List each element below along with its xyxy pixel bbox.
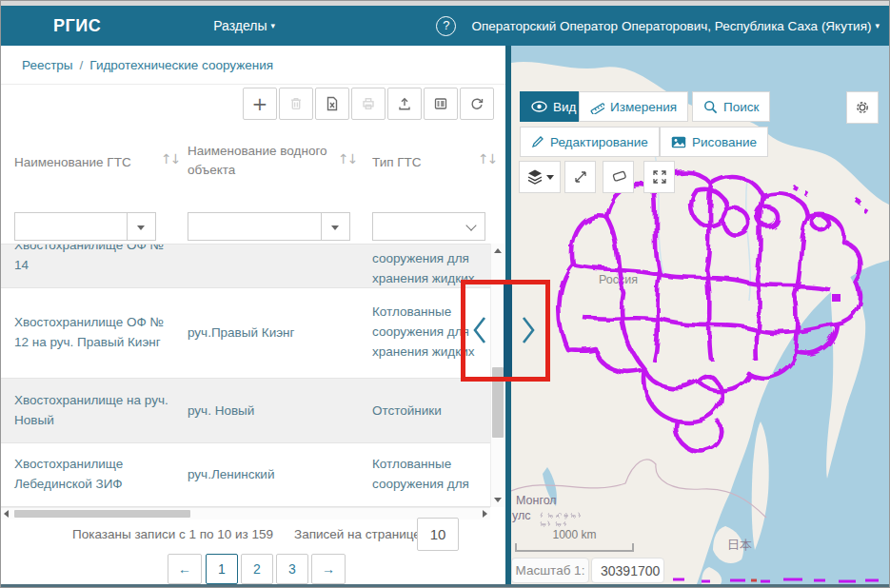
cell-name: Хвостохранилище на руч. Новый <box>14 390 168 430</box>
cell-type: Котлованные сооружения для <box>372 454 481 494</box>
layers-icon <box>526 168 544 186</box>
eye-icon <box>531 101 547 112</box>
cell-name: Хвостохранилище ОФ № 12 на руч. Правый К… <box>14 312 168 352</box>
vertical-scrollbar[interactable] <box>490 244 504 507</box>
cell-water: руч.Правый Киэнг <box>188 323 330 343</box>
map-settings-button[interactable] <box>846 91 879 124</box>
plus-icon: + <box>252 94 268 113</box>
app-window: РГИС Разделы▾ ? Операторский Оператор Оп… <box>0 0 890 588</box>
eraser-icon <box>611 170 626 184</box>
table-row[interactable]: Хвостохранилище на руч. Новый руч. Новый… <box>1 379 490 443</box>
breadcrumb-separator: / <box>80 58 84 72</box>
cell-water: руч. Новый <box>188 401 330 421</box>
cell-type: Отстойники <box>372 401 481 421</box>
caret-down-icon <box>331 225 339 230</box>
scroll-left-icon[interactable] <box>4 510 9 518</box>
printer-icon <box>361 96 376 111</box>
map-scale-label: Масштаб 1: <box>511 558 589 583</box>
eraser-button[interactable] <box>603 161 634 193</box>
breadcrumb-root[interactable]: Реестры <box>22 58 73 72</box>
map-tab-search[interactable]: Поиск <box>692 91 770 122</box>
upload-button[interactable] <box>387 88 422 120</box>
columns-settings-button[interactable] <box>424 88 458 120</box>
cell-type: Котлованные сооружения для хранения жидк… <box>372 302 481 362</box>
prev-page-button[interactable]: ← <box>168 554 202 584</box>
pencil-icon <box>531 135 544 148</box>
cell-name: Хвостохранилище ОФ № 14 <box>14 244 168 275</box>
map-tab-view[interactable]: Вид <box>520 91 587 122</box>
layers-button[interactable] <box>519 161 561 193</box>
map-tab-measure[interactable]: Измерения <box>579 91 688 122</box>
next-page-button[interactable]: → <box>311 554 346 584</box>
scalebar <box>515 543 634 552</box>
chevron-down-icon: ▾ <box>875 21 880 30</box>
column-header-name[interactable]: Наименование ГТС <box>14 153 165 172</box>
filter-water-dropdown-button[interactable] <box>322 212 350 241</box>
filter-name-input[interactable] <box>14 212 128 241</box>
vertical-scroll-thumb[interactable] <box>492 367 504 438</box>
breadcrumb-current: Гидротехнические сооружения <box>89 58 273 72</box>
breadcrumb: Реестры / Гидротехнические сооружения <box>1 46 505 85</box>
per-page-input[interactable] <box>417 518 459 551</box>
zoom-extent-button[interactable] <box>564 161 596 193</box>
table-row[interactable]: Хвостохранилище Лебединской ЗИФ руч.Лени… <box>1 443 490 507</box>
window-bottom-strip <box>1 584 890 588</box>
image-icon <box>671 136 686 148</box>
table-row[interactable]: Хвостохранилище ОФ № 14 сооружения для х… <box>1 244 490 288</box>
sort-icon[interactable]: ↑↓ <box>338 151 356 167</box>
panel-divider-handle[interactable] <box>504 284 512 379</box>
fullscreen-icon <box>652 169 667 185</box>
ruler-icon <box>590 100 604 114</box>
cell-type: сооружения для хранения жидких <box>372 248 481 288</box>
chevron-right-icon <box>518 313 539 347</box>
column-header-water[interactable]: Наименование водного объекта <box>188 142 340 180</box>
page-button-2[interactable]: 2 <box>241 554 273 584</box>
page-button-3[interactable]: 3 <box>276 554 308 584</box>
trash-icon <box>288 96 304 111</box>
search-icon <box>703 100 718 114</box>
page-button-1[interactable]: 1 <box>206 554 238 584</box>
map-scale-input[interactable] <box>591 558 664 583</box>
help-icon[interactable]: ? <box>436 16 456 36</box>
filter-name-dropdown-button[interactable] <box>128 212 156 241</box>
refresh-icon <box>469 96 485 111</box>
app-logo[interactable]: РГИС <box>53 16 101 36</box>
scroll-right-icon[interactable] <box>483 510 487 518</box>
gear-icon <box>854 99 871 116</box>
records-summary: Показаны записи с 1 по 10 из 159 <box>72 527 273 541</box>
column-header-type[interactable]: Тип ГТС <box>372 153 477 172</box>
chevron-down-icon <box>465 220 476 230</box>
expand-map-button[interactable] <box>518 313 539 347</box>
scroll-up-icon[interactable] <box>494 248 502 253</box>
add-button[interactable]: + <box>243 88 277 120</box>
app-header: РГИС Разделы▾ ? Операторский Оператор Оп… <box>1 6 890 46</box>
per-page-label: Записей на странице <box>294 527 421 541</box>
user-menu[interactable]: Операторский Оператор Операторович, Респ… <box>471 19 880 33</box>
export-excel-button[interactable] <box>315 88 349 120</box>
delete-button[interactable] <box>279 88 313 120</box>
print-button[interactable] <box>351 88 386 120</box>
table-row[interactable]: Хвостохранилище ОФ № 12 на руч. Правый К… <box>1 288 490 379</box>
chevron-down-icon: ▾ <box>271 21 276 30</box>
map-tab-draw[interactable]: Рисование <box>660 127 768 157</box>
collapse-table-button[interactable] <box>469 313 490 347</box>
map-tab-edit[interactable]: Редактирование <box>520 127 660 157</box>
table-columns-icon <box>433 96 448 111</box>
chevron-left-icon <box>469 313 490 347</box>
caret-down-icon <box>546 175 554 180</box>
upload-icon <box>397 96 412 111</box>
expand-diagonal-icon <box>573 169 588 185</box>
filter-water-input[interactable] <box>188 212 322 241</box>
sort-icon[interactable]: ↑↓ <box>478 151 496 167</box>
cell-water: руч.Ленинский <box>188 464 330 484</box>
fullscreen-button[interactable] <box>643 161 675 193</box>
caret-down-icon <box>137 225 145 230</box>
scroll-down-icon[interactable] <box>494 498 502 502</box>
filter-type-select[interactable] <box>372 212 485 241</box>
sort-icon[interactable]: ↑↓ <box>161 151 179 167</box>
horizontal-scroll-thumb[interactable] <box>14 510 190 518</box>
excel-file-icon <box>325 96 340 111</box>
cell-name: Хвостохранилище Лебединской ЗИФ <box>14 454 168 494</box>
refresh-button[interactable] <box>460 88 494 120</box>
sections-menu[interactable]: Разделы▾ <box>213 18 275 33</box>
